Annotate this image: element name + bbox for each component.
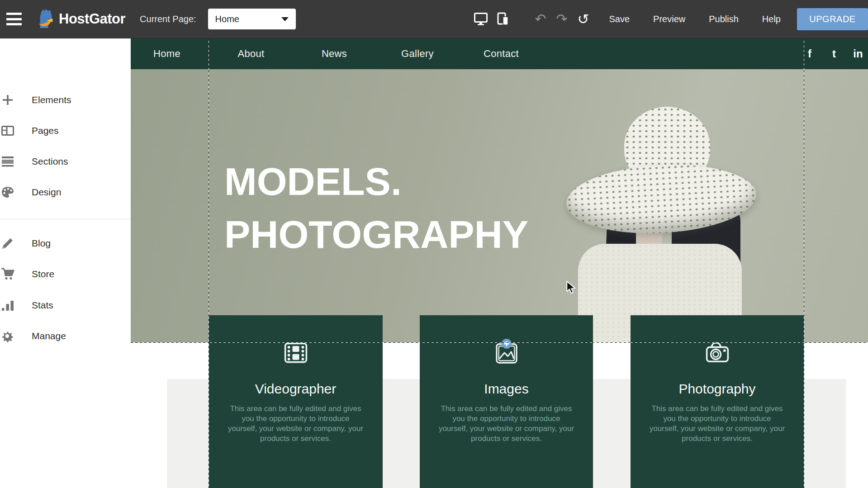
sidebar-item-elements[interactable]: Elements <box>0 85 131 115</box>
top-toolbar: HostGator Current Page: Home ↶ <box>0 0 868 38</box>
help-button[interactable]: Help <box>762 14 781 24</box>
hostgator-gator-icon <box>36 9 55 29</box>
sidebar-item-blog[interactable]: Blog <box>0 228 131 259</box>
hero-title: MODELS. PHOTOGRAPHY <box>224 155 528 261</box>
feature-card-images[interactable]: Images This area can be fully edited and… <box>420 315 593 488</box>
hero-title-line2: PHOTOGRAPHY <box>224 208 528 261</box>
plus-icon <box>1 93 14 107</box>
current-page-value: Home <box>215 14 281 24</box>
desktop-view-icon[interactable] <box>474 13 488 25</box>
stats-icon <box>1 298 14 312</box>
section-guide-bottom <box>131 342 868 343</box>
redo-icon[interactable]: ↷ <box>556 12 567 26</box>
mobile-view-icon[interactable] <box>497 12 509 26</box>
pages-icon <box>1 124 14 137</box>
feature-card-videographer[interactable]: Videographer This area can be fully edit… <box>209 315 383 488</box>
save-button[interactable]: Save <box>609 14 630 24</box>
content-guide-right <box>804 38 804 488</box>
hero-section[interactable]: MODELS. PHOTOGRAPHY <box>131 69 868 342</box>
logo-text: HostGator <box>59 11 125 27</box>
sections-icon <box>1 155 14 168</box>
hostgator-builder-window: HostGator Current Page: Home ↶ <box>0 0 868 488</box>
publish-button[interactable]: Publish <box>709 14 739 24</box>
site-preview-canvas: Home About News Gallery Contact f t in M… <box>131 38 868 488</box>
hamburger-menu-icon[interactable] <box>6 13 23 25</box>
site-nav-contact[interactable]: Contact <box>484 48 519 60</box>
builder-sidebar: Elements Pages Sections <box>0 38 131 488</box>
facebook-icon[interactable]: f <box>808 47 811 60</box>
current-page-label: Current Page: <box>140 14 196 24</box>
sidebar-item-stats[interactable]: Stats <box>0 290 131 321</box>
sidebar-item-store[interactable]: Store <box>0 259 131 289</box>
chevron-down-icon <box>281 17 289 21</box>
card-body: This area can be fully edited and gives … <box>228 404 364 444</box>
sidebar-item-manage[interactable]: Manage <box>0 321 131 351</box>
sidebar-item-design[interactable]: Design <box>0 177 131 208</box>
card-title: Videographer <box>255 381 337 397</box>
hostgator-logo: HostGator <box>36 9 125 29</box>
linkedin-icon[interactable]: in <box>853 47 863 60</box>
feature-card-photography[interactable]: Photography This area can be fully edite… <box>631 315 804 488</box>
sidebar-divider <box>0 219 131 219</box>
pencil-icon <box>1 237 14 250</box>
mouse-cursor <box>564 280 578 298</box>
sidebar-item-sections[interactable]: Sections <box>0 146 131 177</box>
preview-button[interactable]: Preview <box>653 14 685 24</box>
card-title: Images <box>484 381 528 397</box>
site-nav-home[interactable]: Home <box>153 48 180 60</box>
card-body: This area can be fully edited and gives … <box>649 404 786 444</box>
palette-icon <box>1 185 14 199</box>
card-title: Photography <box>678 381 755 397</box>
cart-icon <box>1 267 14 281</box>
current-page-dropdown[interactable]: Home <box>208 9 296 29</box>
site-nav-gallery[interactable]: Gallery <box>401 48 434 60</box>
content-guide-left <box>209 38 209 488</box>
undo-icon[interactable]: ↶ <box>535 12 546 26</box>
site-nav-bar: Home About News Gallery Contact f t in <box>131 38 868 69</box>
upgrade-button[interactable]: UPGRADE <box>797 8 868 30</box>
card-body: This area can be fully edited and gives … <box>438 404 575 444</box>
site-nav-about[interactable]: About <box>238 48 265 60</box>
gear-icon <box>1 329 14 343</box>
history-icon[interactable]: ↺ <box>578 12 589 26</box>
twitter-icon[interactable]: t <box>832 47 836 60</box>
sidebar-item-pages[interactable]: Pages <box>0 115 131 146</box>
site-nav-news[interactable]: News <box>322 48 347 60</box>
hero-title-line1: MODELS. <box>224 155 528 208</box>
toolbar-actions: ↶ ↷ ↺ Save Preview Publish Help UPGRADE <box>474 0 868 38</box>
